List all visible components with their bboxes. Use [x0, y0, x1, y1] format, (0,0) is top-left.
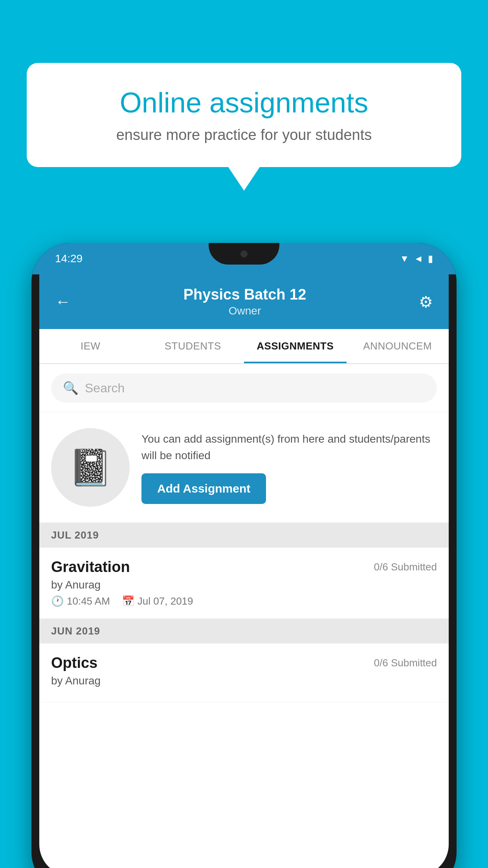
section-header-jun: JUN 2019	[39, 619, 449, 644]
add-assignment-right: You can add assignment(s) from here and …	[141, 431, 437, 504]
tabs-bar: IEW STUDENTS ASSIGNMENTS ANNOUNCEM	[39, 329, 449, 364]
tab-iew[interactable]: IEW	[39, 329, 142, 363]
header-title: Physics Batch 12	[183, 286, 306, 303]
assignment-item-optics[interactable]: Optics 0/6 Submitted by Anurag	[39, 644, 449, 702]
speech-bubble-title: Online assignments	[54, 86, 434, 119]
tab-announcements[interactable]: ANNOUNCEM	[347, 329, 449, 363]
back-button[interactable]: ←	[55, 293, 71, 311]
clock-icon: 🕐	[51, 595, 64, 607]
assignment-meta: 🕐 10:45 AM 📅 Jul 07, 2019	[51, 595, 437, 607]
calendar-icon: 📅	[122, 595, 134, 607]
signal-icon: ◄	[414, 253, 423, 264]
notebook-icon-container: 📓	[51, 428, 130, 507]
search-bar[interactable]: 🔍 Search	[51, 373, 437, 403]
add-assignment-section: 📓 You can add assignment(s) from here an…	[39, 412, 449, 523]
speech-bubble-arrow	[228, 167, 260, 191]
assignment-row1: Gravitation 0/6 Submitted	[51, 559, 437, 576]
header-center: Physics Batch 12 Owner	[183, 286, 306, 317]
assignment-by-optics: by Anurag	[51, 675, 437, 687]
status-bar: 14:29 ▼ ◄ ▮	[31, 243, 457, 274]
assignment-submitted: 0/6 Submitted	[374, 561, 437, 573]
speech-bubble-subtitle: ensure more practice for your students	[54, 127, 434, 143]
search-container: 🔍 Search	[39, 364, 449, 412]
assignment-date-value: Jul 07, 2019	[138, 595, 193, 607]
tab-assignments[interactable]: ASSIGNMENTS	[244, 329, 347, 363]
speech-bubble-card: Online assignments ensure more practice …	[27, 63, 461, 167]
search-placeholder: Search	[85, 381, 125, 395]
assignment-time-value: 10:45 AM	[67, 595, 110, 607]
search-icon: 🔍	[63, 381, 79, 395]
camera-icon	[240, 250, 248, 257]
assignment-item-gravitation[interactable]: Gravitation 0/6 Submitted by Anurag 🕐 10…	[39, 548, 449, 619]
add-assignment-button[interactable]: Add Assignment	[141, 473, 266, 504]
assignment-date: 📅 Jul 07, 2019	[122, 595, 193, 607]
assignment-name: Gravitation	[51, 559, 130, 576]
phone-notch	[209, 243, 279, 265]
add-assignment-description: You can add assignment(s) from here and …	[141, 431, 437, 464]
app-content: ← Physics Batch 12 Owner ⚙ IEW STUDENTS …	[39, 274, 449, 868]
speech-bubble-section: Online assignments ensure more practice …	[27, 63, 461, 191]
status-icons: ▼ ◄ ▮	[400, 253, 433, 264]
assignment-row1-optics: Optics 0/6 Submitted	[51, 655, 437, 671]
notebook-icon: 📓	[68, 447, 112, 488]
status-time: 14:29	[55, 252, 83, 265]
battery-icon: ▮	[428, 253, 433, 264]
assignment-name-optics: Optics	[51, 655, 97, 671]
app-header: ← Physics Batch 12 Owner ⚙	[39, 274, 449, 329]
assignment-submitted-optics: 0/6 Submitted	[374, 657, 437, 669]
tab-students[interactable]: STUDENTS	[142, 329, 244, 363]
settings-icon[interactable]: ⚙	[419, 293, 433, 311]
header-subtitle: Owner	[183, 305, 306, 317]
phone-frame: 14:29 ▼ ◄ ▮ ← Physics Batch 12 Owner ⚙ I…	[31, 243, 457, 868]
assignment-by: by Anurag	[51, 579, 437, 591]
wifi-icon: ▼	[400, 253, 409, 264]
section-header-jul: JUL 2019	[39, 523, 449, 548]
assignment-time: 🕐 10:45 AM	[51, 595, 110, 607]
